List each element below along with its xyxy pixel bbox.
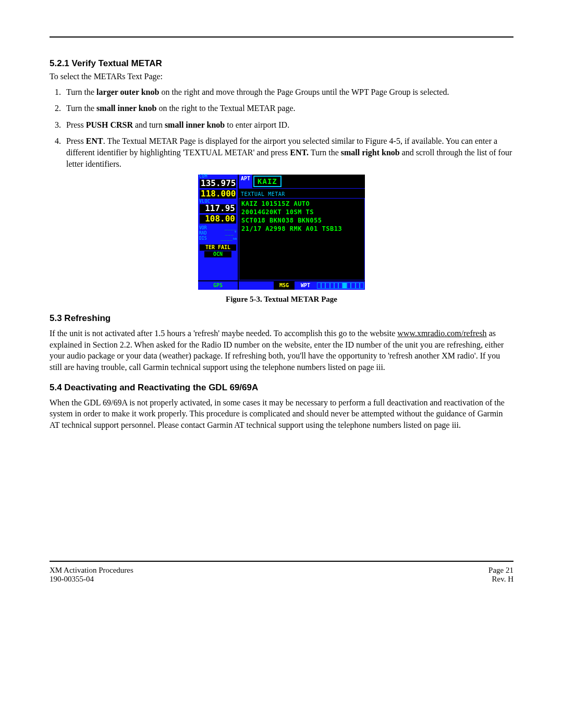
vloc-standby-freq: 108.00 (199, 214, 237, 224)
page-footer: XM Activation Procedures 190-00355-04 Pa… (50, 566, 513, 584)
metar-line-4: 21/17 A2998 RMK A01 TSB13 (241, 225, 362, 233)
device-status-bar: GPS MSG WPT (198, 280, 365, 290)
document-page: 5.2.1 Verify Textual METAR To select the… (0, 0, 563, 610)
vor-block: VOR____ RAD___° DIS____nm (198, 225, 238, 243)
lead-5-2-1: To select the METARs Text Page: (50, 71, 513, 82)
gps-annunciator: GPS (198, 281, 239, 290)
step-1-bold: larger outer knob (96, 88, 159, 96)
figure-5-3: COM 135.975 118.000 VLOC 117.95 108.00 V… (50, 175, 513, 290)
footer-doc-title: XM Activation Procedures (50, 566, 133, 575)
apt-label: APT (239, 175, 252, 188)
vor-dashes: ____ (225, 226, 237, 230)
device-right-column: APT KAIZ TEXTUAL METAR KAIZ 101515Z AUTO… (239, 175, 365, 280)
gps-nav-device: COM 135.975 118.000 VLOC 117.95 108.00 V… (198, 175, 365, 290)
metar-line-1: KAIZ 101515Z AUTO (241, 200, 362, 208)
ocn-annunciator: OCN (204, 251, 231, 257)
footer-page-number: Page 21 (488, 566, 513, 575)
step-1-post: on the right and move through the Page G… (159, 88, 449, 96)
dis-dashes: ____ (221, 236, 233, 241)
dis-label: DIS (199, 237, 206, 241)
step-1-pre: Turn the (66, 88, 96, 96)
step-3-mid: and turn (133, 120, 165, 129)
apt-row: APT KAIZ (239, 175, 365, 189)
steps-list: Turn the larger outer knob on the right … (50, 87, 513, 170)
apt-identifier: KAIZ (253, 176, 282, 187)
step-3-b2: small inner knob (165, 120, 225, 129)
heading-5-4: 5.4 Deactivating and Reactivating the GD… (50, 382, 513, 393)
textual-metar-subheader: TEXTUAL METAR (239, 189, 365, 199)
com-active-freq: 135.975 (199, 179, 237, 189)
step-4-pre: Press (66, 137, 86, 145)
wpt-annunciator: WPT (295, 281, 316, 290)
ter-fail-annunciator: TER FAIL (200, 244, 236, 251)
body-5-3-pre: If the unit is not activated after 1.5 h… (50, 329, 397, 338)
step-2-bold: small inner knob (96, 104, 156, 113)
vor-label: VOR (199, 226, 206, 230)
step-4-mid2: Turn the (309, 148, 341, 157)
com-standby-freq: 118.000 (199, 189, 237, 199)
step-3-b1: PUSH CRSR (86, 120, 133, 129)
rad-dashes: ___ (225, 231, 234, 236)
heading-5-3: 5.3 Refreshing (50, 313, 513, 324)
step-2-post: on the right to the Textual METAR page. (156, 104, 295, 113)
step-3-pre: Press (66, 120, 86, 129)
figure-caption: Figure 5-3. Textual METAR Page (50, 295, 513, 304)
metar-text-body: KAIZ 101515Z AUTO 20014G20KT 10SM TS SCT… (239, 199, 365, 280)
device-left-column: COM 135.975 118.000 VLOC 117.95 108.00 V… (198, 175, 239, 280)
rad-suffix: ° (234, 231, 237, 236)
heading-5-2-1: 5.2.1 Verify Textual METAR (50, 58, 513, 69)
step-2-pre: Turn the (66, 104, 96, 113)
bottom-rule (50, 561, 513, 562)
footer-left: XM Activation Procedures 190-00355-04 (50, 566, 133, 584)
body-5-3: If the unit is not activated after 1.5 h… (50, 328, 513, 373)
body-5-4: When the GDL 69/69A is not properly acti… (50, 397, 513, 431)
step-3-post: to enter airport ID. (225, 120, 289, 129)
step-4-b3: small right knob (341, 148, 400, 157)
metar-line-3: SCT018 BKN038 BKN055 (241, 216, 362, 225)
vloc-active-freq: 117.95 (199, 204, 237, 214)
metar-line-2: 20014G20KT 10SM TS (241, 208, 362, 216)
step-1: Turn the larger outer knob on the right … (63, 87, 513, 98)
step-4-b2: ENT. (290, 148, 309, 157)
step-3: Press PUSH CRSR and turn small inner kno… (63, 119, 513, 131)
step-2: Turn the small inner knob on the right t… (63, 103, 513, 114)
page-group-indicator (316, 281, 365, 290)
dis-suffix: nm (233, 237, 237, 240)
footer-revision: Rev. H (488, 575, 513, 584)
footer-right: Page 21 Rev. H (488, 566, 513, 584)
rad-label: RAD (199, 231, 206, 236)
step-4: Press ENT. The Textual METAR Page is dis… (63, 135, 513, 169)
top-rule (50, 36, 513, 38)
step-4-b1: ENT (86, 137, 103, 145)
footer-doc-number: 190-00355-04 (50, 575, 133, 584)
refresh-url: www.xmradio.com/refresh (397, 329, 486, 338)
msg-annunciator: MSG (273, 281, 295, 290)
